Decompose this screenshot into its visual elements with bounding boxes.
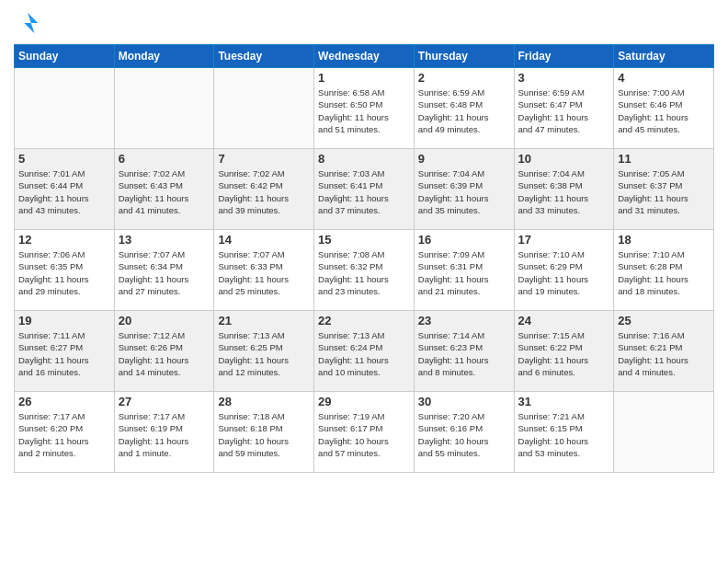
day-number: 14 (218, 233, 310, 247)
day-number: 2 (418, 71, 510, 85)
day-info: Sunrise: 7:11 AM Sunset: 6:27 PM Dayligh… (18, 329, 110, 378)
day-info: Sunrise: 7:07 AM Sunset: 6:33 PM Dayligh… (218, 248, 310, 297)
day-info: Sunrise: 7:05 AM Sunset: 6:37 PM Dayligh… (618, 167, 710, 216)
weekday-header-saturday: Saturday (614, 45, 714, 68)
day-info: Sunrise: 7:16 AM Sunset: 6:21 PM Dayligh… (618, 329, 710, 378)
day-info: Sunrise: 7:08 AM Sunset: 6:32 PM Dayligh… (318, 248, 410, 297)
calendar-cell: 16Sunrise: 7:09 AM Sunset: 6:31 PM Dayli… (414, 230, 514, 311)
calendar-table: SundayMondayTuesdayWednesdayThursdayFrid… (14, 44, 714, 473)
day-number: 4 (618, 71, 710, 85)
day-number: 13 (119, 233, 210, 247)
calendar-week-row: 26Sunrise: 7:17 AM Sunset: 6:20 PM Dayli… (15, 392, 714, 473)
day-number: 28 (218, 395, 310, 408)
day-number: 3 (518, 71, 610, 85)
calendar-cell (214, 68, 314, 149)
calendar-cell: 21Sunrise: 7:13 AM Sunset: 6:25 PM Dayli… (214, 311, 314, 392)
calendar-cell: 24Sunrise: 7:15 AM Sunset: 6:22 PM Dayli… (514, 311, 614, 392)
day-info: Sunrise: 7:07 AM Sunset: 6:34 PM Dayligh… (119, 248, 210, 297)
calendar-cell: 8Sunrise: 7:03 AM Sunset: 6:41 PM Daylig… (314, 149, 415, 230)
day-number: 30 (418, 395, 510, 408)
day-info: Sunrise: 7:10 AM Sunset: 6:29 PM Dayligh… (518, 248, 610, 297)
day-number: 17 (518, 233, 610, 247)
calendar-cell: 2Sunrise: 6:59 AM Sunset: 6:48 PM Daylig… (414, 68, 514, 149)
main-container: SundayMondayTuesdayWednesdayThursdayFrid… (0, 0, 728, 563)
calendar-week-row: 19Sunrise: 7:11 AM Sunset: 6:27 PM Dayli… (15, 311, 714, 392)
day-number: 27 (119, 395, 210, 408)
day-info: Sunrise: 6:59 AM Sunset: 6:47 PM Dayligh… (518, 86, 610, 135)
weekday-header-thursday: Thursday (414, 45, 514, 68)
calendar-cell: 9Sunrise: 7:04 AM Sunset: 6:39 PM Daylig… (414, 149, 514, 230)
calendar-week-row: 12Sunrise: 7:06 AM Sunset: 6:35 PM Dayli… (15, 230, 714, 311)
calendar-cell: 14Sunrise: 7:07 AM Sunset: 6:33 PM Dayli… (214, 230, 314, 311)
day-number: 20 (119, 314, 210, 327)
calendar-cell (614, 392, 714, 473)
calendar-cell: 22Sunrise: 7:13 AM Sunset: 6:24 PM Dayli… (314, 311, 415, 392)
calendar-cell: 28Sunrise: 7:18 AM Sunset: 6:18 PM Dayli… (214, 392, 314, 473)
day-info: Sunrise: 7:00 AM Sunset: 6:46 PM Dayligh… (618, 86, 710, 135)
day-info: Sunrise: 7:20 AM Sunset: 6:16 PM Dayligh… (418, 410, 510, 459)
day-number: 22 (318, 314, 410, 327)
day-info: Sunrise: 7:02 AM Sunset: 6:42 PM Dayligh… (218, 167, 310, 216)
calendar-cell (114, 68, 214, 149)
calendar-cell (15, 68, 115, 149)
calendar-cell: 20Sunrise: 7:12 AM Sunset: 6:26 PM Dayli… (114, 311, 214, 392)
weekday-header-monday: Monday (114, 45, 214, 68)
calendar-cell: 29Sunrise: 7:19 AM Sunset: 6:17 PM Dayli… (314, 392, 415, 473)
day-info: Sunrise: 7:14 AM Sunset: 6:23 PM Dayligh… (418, 329, 510, 378)
logo-icon (14, 9, 41, 37)
calendar-cell: 19Sunrise: 7:11 AM Sunset: 6:27 PM Dayli… (15, 311, 115, 392)
calendar-cell: 27Sunrise: 7:17 AM Sunset: 6:19 PM Dayli… (114, 392, 214, 473)
day-number: 12 (18, 233, 110, 247)
weekday-header-row: SundayMondayTuesdayWednesdayThursdayFrid… (15, 45, 714, 68)
calendar-cell: 6Sunrise: 7:02 AM Sunset: 6:43 PM Daylig… (114, 149, 214, 230)
calendar-cell: 31Sunrise: 7:21 AM Sunset: 6:15 PM Dayli… (514, 392, 614, 473)
calendar-cell: 1Sunrise: 6:58 AM Sunset: 6:50 PM Daylig… (314, 68, 415, 149)
day-info: Sunrise: 7:12 AM Sunset: 6:26 PM Dayligh… (119, 329, 210, 378)
calendar-cell: 15Sunrise: 7:08 AM Sunset: 6:32 PM Dayli… (314, 230, 415, 311)
calendar-cell: 10Sunrise: 7:04 AM Sunset: 6:38 PM Dayli… (514, 149, 614, 230)
day-number: 6 (119, 152, 210, 166)
calendar-cell: 11Sunrise: 7:05 AM Sunset: 6:37 PM Dayli… (614, 149, 714, 230)
day-info: Sunrise: 7:13 AM Sunset: 6:24 PM Dayligh… (318, 329, 410, 378)
day-info: Sunrise: 7:18 AM Sunset: 6:18 PM Dayligh… (218, 410, 310, 459)
weekday-header-friday: Friday (514, 45, 614, 68)
day-number: 21 (218, 314, 310, 327)
day-number: 24 (518, 314, 610, 327)
day-info: Sunrise: 7:03 AM Sunset: 6:41 PM Dayligh… (318, 167, 410, 216)
calendar-cell: 13Sunrise: 7:07 AM Sunset: 6:34 PM Dayli… (114, 230, 214, 311)
calendar-cell: 23Sunrise: 7:14 AM Sunset: 6:23 PM Dayli… (414, 311, 514, 392)
day-number: 18 (618, 233, 710, 247)
calendar-cell: 25Sunrise: 7:16 AM Sunset: 6:21 PM Dayli… (614, 311, 714, 392)
day-number: 7 (218, 152, 310, 166)
day-info: Sunrise: 7:19 AM Sunset: 6:17 PM Dayligh… (318, 410, 410, 459)
day-number: 8 (318, 152, 410, 166)
calendar-cell: 18Sunrise: 7:10 AM Sunset: 6:28 PM Dayli… (614, 230, 714, 311)
day-info: Sunrise: 7:13 AM Sunset: 6:25 PM Dayligh… (218, 329, 310, 378)
header (14, 9, 714, 37)
calendar-cell: 3Sunrise: 6:59 AM Sunset: 6:47 PM Daylig… (514, 68, 614, 149)
logo (14, 9, 45, 37)
day-number: 1 (318, 71, 410, 85)
day-info: Sunrise: 7:01 AM Sunset: 6:44 PM Dayligh… (18, 167, 110, 216)
day-info: Sunrise: 6:58 AM Sunset: 6:50 PM Dayligh… (318, 86, 410, 135)
calendar-cell: 4Sunrise: 7:00 AM Sunset: 6:46 PM Daylig… (614, 68, 714, 149)
day-number: 26 (18, 395, 110, 408)
day-number: 19 (18, 314, 110, 327)
calendar-cell: 5Sunrise: 7:01 AM Sunset: 6:44 PM Daylig… (15, 149, 115, 230)
day-info: Sunrise: 7:09 AM Sunset: 6:31 PM Dayligh… (418, 248, 510, 297)
day-number: 11 (618, 152, 710, 166)
day-number: 16 (418, 233, 510, 247)
day-number: 29 (318, 395, 410, 408)
calendar-cell: 30Sunrise: 7:20 AM Sunset: 6:16 PM Dayli… (414, 392, 514, 473)
calendar-week-row: 1Sunrise: 6:58 AM Sunset: 6:50 PM Daylig… (15, 68, 714, 149)
day-info: Sunrise: 7:04 AM Sunset: 6:39 PM Dayligh… (418, 167, 510, 216)
day-info: Sunrise: 7:10 AM Sunset: 6:28 PM Dayligh… (618, 248, 710, 297)
day-number: 23 (418, 314, 510, 327)
svg-marker-0 (24, 13, 38, 34)
day-info: Sunrise: 7:04 AM Sunset: 6:38 PM Dayligh… (518, 167, 610, 216)
day-info: Sunrise: 7:21 AM Sunset: 6:15 PM Dayligh… (518, 410, 610, 459)
day-info: Sunrise: 7:17 AM Sunset: 6:20 PM Dayligh… (18, 410, 110, 459)
day-number: 15 (318, 233, 410, 247)
day-number: 9 (418, 152, 510, 166)
weekday-header-wednesday: Wednesday (314, 45, 415, 68)
